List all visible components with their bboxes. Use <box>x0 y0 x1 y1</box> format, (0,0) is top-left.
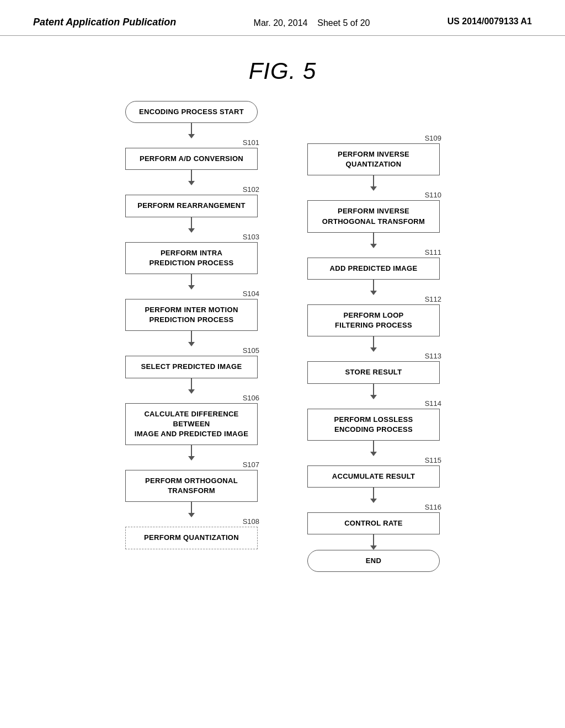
step-label-s114: S114 <box>309 399 441 408</box>
publication-label: Patent Application Publication <box>33 17 176 28</box>
arrow-14 <box>370 441 377 456</box>
figure-title: FIG. 5 <box>0 58 565 84</box>
step-s116: CONTROL RATE <box>307 512 440 534</box>
step-s107: PERFORM ORTHOGONALTRANSFORM <box>125 470 258 502</box>
header: Patent Application Publication Mar. 20, … <box>0 0 565 36</box>
step-label-s116: S116 <box>309 503 441 511</box>
right-column: S109 PERFORM INVERSEQUANTIZATION S110 PE… <box>305 134 443 572</box>
step-s106: CALCULATE DIFFERENCE BETWEENIMAGE AND PR… <box>125 403 258 446</box>
page: Patent Application Publication Mar. 20, … <box>0 0 565 728</box>
step-s104: PERFORM INTER MOTIONPREDICTION PROCESS <box>125 299 258 331</box>
step-s108: PERFORM QUANTIZATION <box>125 527 258 549</box>
arrow-15 <box>370 488 377 503</box>
step-label-s108: S108 <box>127 517 259 526</box>
step-label-s112: S112 <box>309 295 441 303</box>
arrow-10 <box>370 233 377 248</box>
step-s101: PERFORM A/D CONVERSION <box>125 148 258 170</box>
arrow-11 <box>370 280 377 295</box>
step-s105: SELECT PREDICTED IMAGE <box>125 356 258 378</box>
step-label-s103: S103 <box>127 233 259 241</box>
arrow-8 <box>188 502 195 517</box>
arrow-6 <box>188 378 195 394</box>
step-s115: ACCUMULATE RESULT <box>307 465 440 488</box>
step-s114: PERFORM LOSSLESSENCODING PROCESS <box>307 409 440 441</box>
step-label-s106: S106 <box>127 394 259 402</box>
step-label-s105: S105 <box>127 346 259 355</box>
step-s112: PERFORM LOOPFILTERING PROCESS <box>307 304 440 336</box>
arrow-2 <box>188 170 195 185</box>
arrow-5 <box>188 331 195 346</box>
step-label-s113: S113 <box>309 352 441 360</box>
step-s109: PERFORM INVERSEQUANTIZATION <box>307 143 440 175</box>
arrow-4 <box>188 274 195 290</box>
left-column: ENCODING PROCESS START S101 PERFORM A/D … <box>122 101 260 572</box>
step-label-s111: S111 <box>309 248 441 256</box>
arrow-9 <box>370 175 377 191</box>
step-label-s109: S109 <box>309 134 441 142</box>
arrow-16 <box>370 534 377 550</box>
arrow-7 <box>188 445 195 461</box>
arrow-12 <box>370 336 377 352</box>
step-label-s107: S107 <box>127 461 259 469</box>
flowchart: ENCODING PROCESS START S101 PERFORM A/D … <box>0 101 565 572</box>
header-sheet: Sheet 5 of 20 <box>317 18 370 28</box>
step-label-s115: S115 <box>309 456 441 464</box>
step-s103: PERFORM INTRAPREDICTION PROCESS <box>125 242 258 274</box>
step-s113: STORE RESULT <box>307 361 440 383</box>
arrow-1 <box>188 123 195 138</box>
patent-number: US 2014/0079133 A1 <box>447 17 532 26</box>
step-s111: ADD PREDICTED IMAGE <box>307 258 440 280</box>
header-date-sheet: Mar. 20, 2014 Sheet 5 of 20 <box>254 17 370 30</box>
step-s102: PERFORM REARRANGEMENT <box>125 195 258 217</box>
step-label-s101: S101 <box>127 138 259 147</box>
header-date: Mar. 20, 2014 <box>254 18 308 28</box>
arrow-3 <box>188 217 195 233</box>
step-label-s110: S110 <box>309 191 441 199</box>
start-node: ENCODING PROCESS START <box>125 101 258 123</box>
step-s110: PERFORM INVERSEORTHOGONAL TRANSFORM <box>307 200 440 232</box>
arrow-13 <box>370 384 377 399</box>
step-label-s102: S102 <box>127 185 259 194</box>
end-node: END <box>307 550 440 572</box>
step-label-s104: S104 <box>127 290 259 298</box>
